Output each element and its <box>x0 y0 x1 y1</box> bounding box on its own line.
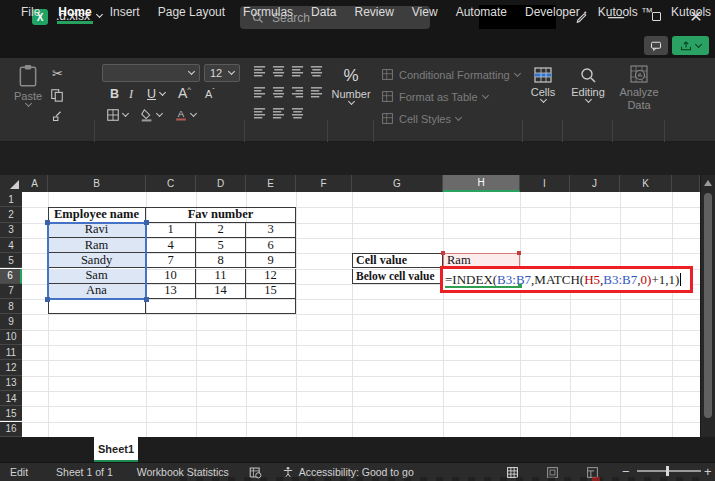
paste-button[interactable]: Paste <box>14 64 42 106</box>
ribbon-tab-view[interactable]: View <box>403 1 447 24</box>
column-header-D[interactable]: D <box>196 175 246 192</box>
cell-B8[interactable] <box>48 299 146 314</box>
font-name-combo[interactable] <box>102 64 200 82</box>
grow-font-button[interactable]: A^ <box>178 85 191 101</box>
align-top-icon[interactable] <box>253 65 266 78</box>
row-header-11[interactable]: 11 <box>0 345 22 360</box>
align-ind-l-icon[interactable] <box>253 107 266 120</box>
column-header-H[interactable]: H <box>443 175 520 192</box>
ribbon-tab-home[interactable]: Home <box>49 1 100 24</box>
align-left-icon[interactable] <box>253 86 266 99</box>
editing-button[interactable]: Editing <box>568 66 608 102</box>
column-header-I[interactable]: I <box>520 175 570 192</box>
cell-C6[interactable]: 10 <box>146 269 196 284</box>
font-size-combo[interactable]: 12 <box>204 64 240 82</box>
cell-styles-button[interactable]: Cell Styles <box>381 112 461 125</box>
comments-button[interactable] <box>644 36 668 55</box>
zoom-slider[interactable] <box>637 470 701 472</box>
ribbon-tab-file[interactable]: File <box>12 1 49 24</box>
ribbon-tab-kutools-plus[interactable]: Kutools Plus <box>662 1 715 24</box>
cell-B7[interactable]: Ana <box>48 284 146 299</box>
cell-B4[interactable]: Ram <box>48 238 146 253</box>
scroll-up-icon[interactable] <box>704 180 712 186</box>
cell-D3[interactable]: 2 <box>196 223 246 238</box>
cell-C4[interactable]: 4 <box>146 238 196 253</box>
column-header-J[interactable]: J <box>570 175 620 192</box>
cell-C8[interactable] <box>146 299 296 314</box>
cell-E7[interactable]: 15 <box>246 284 296 299</box>
row-header-6[interactable]: 6 <box>0 269 22 284</box>
cell-C2[interactable]: Fav number <box>146 207 296 222</box>
column-header-F[interactable]: F <box>296 175 352 192</box>
zoom-in-button[interactable]: + <box>704 464 712 479</box>
align-mid-icon[interactable] <box>272 65 285 78</box>
column-header-C[interactable]: C <box>146 175 196 192</box>
ribbon-tab-data[interactable]: Data <box>302 1 345 24</box>
cell-B3[interactable]: Ravi <box>48 223 146 238</box>
column-header-E[interactable]: E <box>246 175 296 192</box>
ribbon-tab-kutools[interactable]: Kutools ™ <box>589 1 662 24</box>
ribbon-tab-developer[interactable]: Developer <box>516 1 589 24</box>
ribbon-tab-automate[interactable]: Automate <box>447 1 516 24</box>
row-header-3[interactable]: 3 <box>0 223 22 238</box>
row-header-16[interactable]: 16 <box>0 422 22 437</box>
row-header-4[interactable]: 4 <box>0 238 22 253</box>
vertical-scroll-thumb[interactable] <box>704 193 712 418</box>
column-header-K[interactable]: K <box>620 175 672 192</box>
align-ctr-icon[interactable] <box>272 86 285 99</box>
align-wrap-icon[interactable] <box>310 86 323 99</box>
align-merge-icon[interactable] <box>291 107 304 120</box>
cell-C7[interactable]: 13 <box>146 284 196 299</box>
cell-G5[interactable]: Cell value <box>352 253 443 268</box>
format-as-table-button[interactable]: Format as Table <box>381 90 488 103</box>
align-bot-icon[interactable] <box>291 65 304 78</box>
row-header-10[interactable]: 10 <box>0 330 22 345</box>
row-header-9[interactable]: 9 <box>0 314 22 329</box>
ribbon-tab-insert[interactable]: Insert <box>101 1 149 24</box>
align-right-icon[interactable] <box>291 86 304 99</box>
font-color-button[interactable]: A <box>174 107 196 122</box>
cell-C5[interactable]: 7 <box>146 253 196 268</box>
shrink-font-button[interactable]: Aˇ <box>205 87 215 100</box>
row-header-12[interactable]: 12 <box>0 360 22 375</box>
underline-button[interactable]: U <box>147 87 165 101</box>
cell-E3[interactable]: 3 <box>246 223 296 238</box>
column-header-B[interactable]: B <box>48 175 146 192</box>
borders-button[interactable] <box>106 108 128 122</box>
cell-E5[interactable]: 9 <box>246 253 296 268</box>
cell-G6[interactable]: Below cell value <box>352 269 443 284</box>
cell-B2[interactable]: Employee name <box>48 207 146 222</box>
row-header-15[interactable]: 15 <box>0 406 22 421</box>
cell-D4[interactable]: 5 <box>196 238 246 253</box>
align-ind-r-icon[interactable] <box>272 107 285 120</box>
format-painter-button[interactable] <box>50 110 64 124</box>
analyze-data-button[interactable]: Analyze Data <box>617 64 661 111</box>
cell-B5[interactable]: Sandy <box>48 253 146 268</box>
row-header-13[interactable]: 13 <box>0 376 22 391</box>
share-button[interactable] <box>672 36 709 55</box>
row-header-14[interactable]: 14 <box>0 391 22 406</box>
sheet-tab-active[interactable]: Sheet1 <box>94 437 138 462</box>
ribbon-tab-review[interactable]: Review <box>345 1 402 24</box>
cut-button[interactable]: ✂ <box>52 66 63 81</box>
column-header-G[interactable]: G <box>352 175 443 192</box>
number-format-button[interactable]: % Number <box>333 66 369 104</box>
conditional-formatting-button[interactable]: Conditional Formatting <box>381 68 520 81</box>
row-header-7[interactable]: 7 <box>0 284 22 299</box>
italic-button[interactable]: I <box>129 87 133 102</box>
bold-button[interactable]: B <box>110 87 119 101</box>
cell-D5[interactable]: 8 <box>196 253 246 268</box>
column-header-A[interactable]: A <box>22 175 48 192</box>
select-all-button[interactable] <box>0 175 22 192</box>
row-header-2[interactable]: 2 <box>0 207 22 222</box>
cells-button[interactable]: Cells <box>527 66 559 102</box>
vertical-scrollbar[interactable] <box>700 175 715 452</box>
cell-E4[interactable]: 6 <box>246 238 296 253</box>
zoom-slider-thumb[interactable] <box>666 466 669 476</box>
ribbon-tab-formulas[interactable]: Formulas <box>234 1 302 24</box>
cell-D6[interactable]: 11 <box>196 269 246 284</box>
copy-button[interactable] <box>50 88 64 102</box>
cell-H5[interactable]: Ram <box>443 253 520 268</box>
cell-C3[interactable]: 1 <box>146 223 196 238</box>
column-header-partial[interactable] <box>672 175 700 192</box>
